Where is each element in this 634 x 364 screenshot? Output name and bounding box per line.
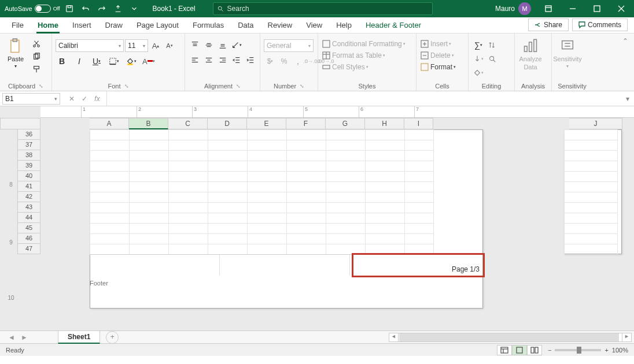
align-top-icon[interactable]: [189, 39, 201, 51]
ribbon-display-icon[interactable]: [537, 0, 560, 17]
name-box[interactable]: B1▾: [2, 93, 60, 105]
row-header[interactable]: 44: [17, 213, 40, 223]
prev-sheet-icon[interactable]: ◄: [8, 333, 15, 341]
font-name-combo[interactable]: Calibri▾: [56, 39, 124, 52]
row-header[interactable]: 37: [17, 140, 40, 150]
touch-mode-icon[interactable]: [111, 2, 125, 16]
fx-icon[interactable]: fx: [91, 95, 103, 103]
accept-formula-icon[interactable]: ✓: [79, 95, 90, 103]
align-middle-icon[interactable]: [202, 39, 215, 51]
search-box[interactable]: Search: [213, 2, 433, 15]
copy-icon[interactable]: [30, 51, 43, 62]
orientation-icon[interactable]: ▾: [230, 39, 243, 51]
paste-button[interactable]: Paste▾: [3, 36, 28, 69]
cell-styles-button[interactable]: Cell Styles▾: [322, 62, 368, 72]
zoom-level[interactable]: 100%: [612, 347, 628, 354]
add-sheet-button[interactable]: +: [106, 331, 119, 344]
footer-center-section[interactable]: [220, 255, 350, 276]
format-painter-icon[interactable]: [30, 64, 43, 75]
font-size-combo[interactable]: 11▾: [125, 39, 148, 52]
tab-draw[interactable]: Draw: [98, 17, 130, 33]
col-header-g[interactable]: G: [326, 118, 365, 129]
col-header-a[interactable]: A: [90, 118, 129, 129]
col-header-h[interactable]: H: [365, 118, 404, 129]
row-header[interactable]: 43: [17, 202, 40, 213]
row-header[interactable]: 36: [17, 129, 40, 140]
col-header-c[interactable]: C: [168, 118, 208, 129]
comments-button[interactable]: Comments: [572, 18, 628, 31]
underline-button[interactable]: U▾: [90, 55, 103, 67]
delete-cells-button[interactable]: Delete▾: [420, 51, 454, 60]
insert-cells-button[interactable]: Insert▾: [420, 39, 451, 49]
sensitivity-button[interactable]: Sensitivity▾: [555, 36, 580, 69]
number-launcher-icon[interactable]: ⤡: [300, 83, 304, 89]
fill-color-button[interactable]: ▾: [125, 55, 138, 67]
italic-button[interactable]: I: [73, 55, 86, 67]
undo-icon[interactable]: [79, 2, 93, 16]
increase-indent-icon[interactable]: [244, 54, 257, 66]
minimize-icon[interactable]: [561, 0, 584, 17]
zoom-out-icon[interactable]: −: [548, 347, 551, 354]
normal-view-icon[interactable]: [497, 345, 512, 355]
col-header-j[interactable]: J: [569, 118, 622, 129]
tab-file[interactable]: File: [5, 17, 31, 33]
find-icon[interactable]: [486, 53, 499, 65]
conditional-formatting-button[interactable]: Conditional Formatting▾: [322, 39, 406, 49]
fill-icon[interactable]: ▾: [472, 53, 485, 65]
align-center-icon[interactable]: [202, 54, 215, 66]
tab-review[interactable]: Review: [261, 17, 300, 33]
maximize-icon[interactable]: [585, 0, 609, 17]
autosave-toggle[interactable]: AutoSave Off: [5, 5, 60, 13]
zoom-in-icon[interactable]: +: [604, 347, 608, 354]
comma-icon[interactable]: ,: [292, 55, 304, 67]
user-account[interactable]: Mauro M: [495, 2, 531, 15]
col-header-e[interactable]: E: [247, 118, 286, 129]
autosum-icon[interactable]: ∑▾: [472, 39, 485, 51]
decrease-indent-icon[interactable]: [230, 54, 243, 66]
border-button[interactable]: ▾: [108, 55, 120, 67]
row-header[interactable]: 40: [17, 171, 40, 181]
bold-button[interactable]: B: [56, 55, 68, 67]
cell-grid[interactable]: [90, 129, 434, 255]
format-cells-button[interactable]: Format▾: [420, 62, 456, 72]
align-right-icon[interactable]: [216, 54, 229, 66]
tab-view[interactable]: View: [299, 17, 329, 33]
row-header[interactable]: 38: [17, 150, 40, 161]
increase-decimal-icon[interactable]: .0→.00: [305, 55, 318, 67]
save-icon[interactable]: [62, 2, 76, 16]
format-as-table-button[interactable]: Format as Table▾: [322, 51, 385, 60]
col-header-d[interactable]: D: [208, 118, 247, 129]
redo-icon[interactable]: [95, 2, 109, 16]
percent-icon[interactable]: %: [278, 55, 290, 67]
analyze-data-button[interactable]: AnalyzeData: [518, 36, 543, 70]
footer-left-section[interactable]: [90, 255, 220, 276]
qa-dropdown-icon[interactable]: [127, 2, 141, 16]
share-button[interactable]: Share: [528, 18, 569, 31]
zoom-slider[interactable]: [555, 349, 601, 351]
cell-grid-right[interactable]: [564, 129, 618, 255]
font-launcher-icon[interactable]: ⤡: [124, 83, 129, 89]
decrease-font-icon[interactable]: A▾: [163, 40, 176, 51]
col-header-f[interactable]: F: [286, 118, 326, 129]
formula-input[interactable]: [106, 91, 621, 106]
select-all-corner[interactable]: [0, 118, 40, 129]
row-header[interactable]: 47: [17, 244, 40, 254]
page-layout-view-icon[interactable]: [512, 345, 527, 355]
tab-insert[interactable]: Insert: [65, 17, 98, 33]
col-header-b[interactable]: B: [129, 118, 168, 129]
expand-formula-bar-icon[interactable]: ▾: [621, 95, 634, 103]
close-icon[interactable]: [610, 0, 633, 17]
tab-page-layout[interactable]: Page Layout: [130, 17, 186, 33]
sheet-tab-sheet1[interactable]: Sheet1: [58, 330, 100, 344]
align-left-icon[interactable]: [189, 54, 201, 66]
horizontal-scrollbar[interactable]: ◄ ►: [389, 333, 632, 342]
collapse-ribbon-icon[interactable]: ⌃: [617, 34, 634, 91]
page-break-view-icon[interactable]: [527, 345, 542, 355]
clear-icon[interactable]: ▾: [472, 67, 485, 79]
tab-home[interactable]: Home: [31, 17, 65, 33]
sort-filter-icon[interactable]: [486, 39, 499, 51]
row-header[interactable]: 42: [17, 192, 40, 202]
row-header[interactable]: 41: [17, 181, 40, 192]
number-format-combo[interactable]: General▾: [264, 39, 314, 52]
row-header[interactable]: 39: [17, 161, 40, 171]
